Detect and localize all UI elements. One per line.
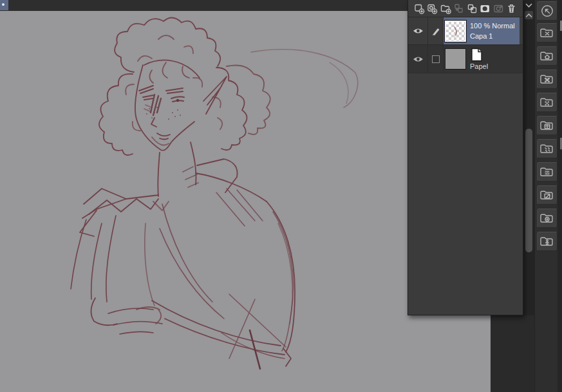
screen-right-edge xyxy=(557,0,562,392)
paint-app-window: 100 % Normal Capa 1 xyxy=(0,0,562,392)
material-folder-image-button[interactable] xyxy=(537,162,557,182)
layer-checkbox-cell[interactable] xyxy=(428,45,444,73)
material-folder-home-button[interactable] xyxy=(537,46,557,66)
create-layer-mask-button[interactable] xyxy=(480,3,491,14)
material-folder-home-icon xyxy=(539,50,555,62)
material-folder-grid-button[interactable] xyxy=(537,116,557,135)
layer-name: Papel xyxy=(470,63,488,70)
material-folder-scatter-icon xyxy=(539,143,555,155)
material-folder-edit-button[interactable] xyxy=(537,185,557,205)
pencil-icon xyxy=(431,26,440,35)
new-raster-layer-button[interactable] xyxy=(413,3,425,14)
material-folder-camera-button[interactable] xyxy=(537,209,557,228)
layers-panel: 100 % Normal Capa 1 xyxy=(407,0,523,315)
material-folder-pattern-button[interactable] xyxy=(537,93,557,112)
layer-thumbnail[interactable] xyxy=(445,48,466,70)
layer-row-capa-1[interactable]: 100 % Normal Capa 1 xyxy=(408,17,523,45)
material-folder-image-icon xyxy=(539,166,555,178)
apply-mask-button[interactable] xyxy=(492,3,504,14)
layer-name: Capa 1 xyxy=(470,33,515,40)
transfer-to-lower-layer-button[interactable] xyxy=(453,3,465,14)
material-folder-x-icon xyxy=(539,27,555,39)
eye-icon xyxy=(413,27,424,35)
layer-opacity-blend: 100 % Normal xyxy=(470,23,515,30)
merge-to-lower-layer-button[interactable] xyxy=(466,3,478,14)
canvas-tab-fragment[interactable] xyxy=(0,0,8,10)
material-folder-pattern-icon xyxy=(539,97,555,109)
scrollbar-thumb[interactable] xyxy=(525,129,532,252)
layer-visibility-toggle[interactable] xyxy=(408,45,428,73)
material-folder-x-bold-icon xyxy=(539,73,555,86)
paper-layer-icon xyxy=(470,48,483,62)
material-folder-grid-icon xyxy=(539,120,555,132)
material-folder-scatter-button[interactable] xyxy=(537,139,557,158)
layer-row-content[interactable]: 100 % Normal Capa 1 xyxy=(444,17,520,44)
layer-checkbox[interactable] xyxy=(432,55,440,63)
chevron-up-icon[interactable] xyxy=(525,11,533,19)
layer-thumbnail[interactable] xyxy=(445,21,466,42)
chevron-down-icon[interactable] xyxy=(525,2,533,8)
material-folder-figure-button[interactable] xyxy=(537,232,557,251)
dock-scroll-strip xyxy=(523,0,534,315)
quick-access-icon xyxy=(539,3,555,19)
material-folder-x-button[interactable] xyxy=(537,23,557,42)
material-folder-figure-icon xyxy=(539,236,555,248)
new-vector-layer-button[interactable] xyxy=(427,3,438,14)
new-layer-folder-button[interactable] xyxy=(440,3,451,14)
layer-row-papel[interactable]: Papel xyxy=(408,45,523,73)
layer-visibility-toggle[interactable] xyxy=(408,17,428,44)
layer-row-content[interactable]: Papel xyxy=(444,45,523,73)
layers-toolbar xyxy=(408,0,523,17)
layer-editing-indicator[interactable] xyxy=(428,17,444,44)
delete-layer-button[interactable] xyxy=(506,3,518,14)
material-folder-edit-icon xyxy=(539,189,555,201)
eye-icon xyxy=(413,55,424,63)
material-folder-camera-icon xyxy=(539,212,555,225)
material-folder-x-bold-button[interactable] xyxy=(537,70,557,89)
quick-access-button[interactable] xyxy=(537,1,557,21)
